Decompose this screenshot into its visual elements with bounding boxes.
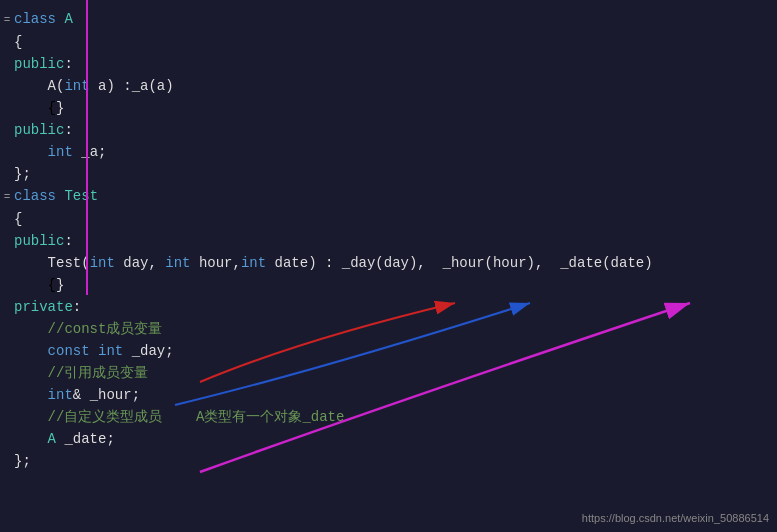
code-token [14,431,48,447]
line-content: const int _day; [14,340,769,362]
code-token [14,321,48,337]
code-token: A [64,11,72,27]
line-content: public: [14,230,769,252]
code-token: //引用成员变量 [48,365,149,381]
code-token: public [14,233,64,249]
line-content: {} [14,274,769,296]
code-token [14,255,48,271]
code-token: int [90,255,115,271]
code-token: int [98,343,123,359]
code-line: public: [0,53,777,75]
code-token: int [241,255,266,271]
line-content: public: [14,53,769,75]
code-token: } [56,277,64,293]
line-content: A _date; [14,428,769,450]
code-line: {} [0,274,777,296]
code-token: : [73,299,81,315]
line-content: }; [14,163,769,185]
code-token: { [14,34,22,50]
line-content: class Test [14,185,769,207]
code-token: private [14,299,73,315]
line-content: int& _hour; [14,384,769,406]
code-line: =class Test [0,185,777,208]
code-token: A [48,431,56,447]
code-token: : [64,233,72,249]
code-token: : [64,122,72,138]
code-token [14,343,48,359]
line-content: { [14,31,769,53]
line-content: //自定义类型成员 A类型有一个对象_date [14,406,769,428]
code-token [14,387,48,403]
code-token: _a; [73,144,107,160]
line-content: }; [14,450,769,472]
code-token: date) : _day(day), _hour(hour), _date(da… [266,255,652,271]
line-content: private: [14,296,769,318]
code-line: Test(int day, int hour,int date) : _day(… [0,252,777,274]
collapse-btn[interactable]: = [0,9,14,31]
code-token: int [64,78,89,94]
code-line: {} [0,97,777,119]
code-line: public: [0,119,777,141]
collapse-btn[interactable]: = [0,186,14,208]
code-token: { [14,100,56,116]
code-token: A( [48,78,65,94]
code-token: //自定义类型成员 A类型有一个对象_date [48,409,345,425]
code-token [14,144,48,160]
code-line: }; [0,163,777,185]
watermark: https://blog.csdn.net/weixin_50886514 [582,512,769,524]
code-token: & _hour; [73,387,140,403]
code-token: public [14,122,64,138]
code-token: int [48,387,73,403]
code-line: //引用成员变量 [0,362,777,384]
code-line: { [0,31,777,53]
code-line: int& _hour; [0,384,777,406]
code-token: day, [115,255,165,271]
code-token: { [14,211,22,227]
code-token: //const成员变量 [48,321,163,337]
code-line: const int _day; [0,340,777,362]
code-editor: =class A{public: A(int a) :_a(a) {}publi… [0,0,777,532]
line-content: A(int a) :_a(a) [14,75,769,97]
line-content: Test(int day, int hour,int date) : _day(… [14,252,769,274]
line-content: int _a; [14,141,769,163]
code-token: }; [14,166,31,182]
code-token: { [14,277,56,293]
code-token [90,343,98,359]
code-token: class [14,188,64,204]
line-content: public: [14,119,769,141]
code-lines: =class A{public: A(int a) :_a(a) {}publi… [0,8,777,472]
code-line: =class A [0,8,777,31]
code-token: _day; [123,343,173,359]
code-token: int [48,144,73,160]
code-token: const [48,343,90,359]
code-token: hour, [190,255,240,271]
code-line: }; [0,450,777,472]
code-line: int _a; [0,141,777,163]
line-content: { [14,208,769,230]
code-token: Test [64,188,98,204]
code-token: int [165,255,190,271]
line-content: class A [14,8,769,30]
code-token: _date; [56,431,115,447]
code-line: A(int a) :_a(a) [0,75,777,97]
line-content: //const成员变量 [14,318,769,340]
code-token: class [14,11,64,27]
code-token: } [56,100,64,116]
code-token [14,409,48,425]
code-token: a) :_a(a) [90,78,174,94]
line-content: //引用成员变量 [14,362,769,384]
code-token [14,365,48,381]
code-token: public [14,56,64,72]
code-token [14,78,48,94]
code-line: //自定义类型成员 A类型有一个对象_date [0,406,777,428]
line-content: {} [14,97,769,119]
code-token: : [64,56,72,72]
code-token: Test( [48,255,90,271]
code-line: private: [0,296,777,318]
code-line: { [0,208,777,230]
code-line: //const成员变量 [0,318,777,340]
code-line: public: [0,230,777,252]
code-token: }; [14,453,31,469]
code-line: A _date; [0,428,777,450]
